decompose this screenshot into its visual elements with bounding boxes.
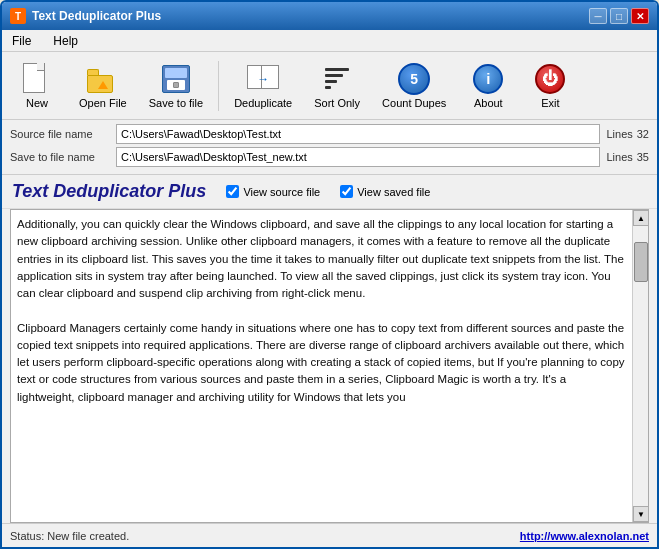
view-saved-label: View saved file (357, 186, 430, 198)
main-area: Text Deduplicator Plus View source file … (2, 175, 657, 523)
deduplicate-label: Deduplicate (234, 97, 292, 109)
view-controls: Text Deduplicator Plus View source file … (2, 175, 657, 209)
save-button[interactable]: Save to file (140, 57, 212, 115)
source-file-label: Source file name (10, 128, 110, 140)
new-icon (21, 63, 53, 95)
source-lines-label: Lines (606, 128, 632, 140)
new-label: New (26, 97, 48, 109)
count-dupes-button[interactable]: 5 Count Dupes (373, 57, 455, 115)
scrollbar[interactable]: ▲ ▼ (632, 210, 648, 522)
deduplicate-button[interactable]: → Deduplicate (225, 57, 301, 115)
app-title: Text Deduplicator Plus (12, 181, 206, 202)
app-icon: T (10, 8, 26, 24)
view-saved-checkbox-group[interactable]: View saved file (340, 185, 430, 198)
save-file-label: Save to file name (10, 151, 110, 163)
minimize-button[interactable]: ─ (589, 8, 607, 24)
source-file-row: Source file name Lines 32 (10, 124, 649, 144)
save-lines-value: 35 (637, 151, 649, 163)
view-source-label: View source file (243, 186, 320, 198)
menu-help[interactable]: Help (47, 32, 84, 50)
view-saved-checkbox[interactable] (340, 185, 353, 198)
sort-icon (321, 63, 353, 95)
title-bar-left: T Text Deduplicator Plus (10, 8, 161, 24)
open-file-button[interactable]: Open File (70, 57, 136, 115)
exit-label: Exit (541, 97, 559, 109)
maximize-button[interactable]: □ (610, 8, 628, 24)
status-bar: Status: New file created. http://www.ale… (2, 523, 657, 547)
save-lines: Lines 35 (606, 151, 649, 163)
source-lines-value: 32 (637, 128, 649, 140)
save-file-row: Save to file name Lines 35 (10, 147, 649, 167)
menu-file[interactable]: File (6, 32, 37, 50)
save-icon (160, 63, 192, 95)
view-source-checkbox[interactable] (226, 185, 239, 198)
text-content-display[interactable]: Additionally, you can quickly clear the … (11, 210, 632, 522)
sort-only-label: Sort Only (314, 97, 360, 109)
title-controls: ─ □ ✕ (589, 8, 649, 24)
about-button[interactable]: i About (459, 57, 517, 115)
content-text: Additionally, you can quickly clear the … (17, 218, 624, 299)
about-label: About (474, 97, 503, 109)
exit-icon: ⏻ (534, 63, 566, 95)
toolbar-separator-1 (218, 61, 219, 111)
save-label: Save to file (149, 97, 203, 109)
title-bar: T Text Deduplicator Plus ─ □ ✕ (2, 2, 657, 30)
save-lines-label: Lines (606, 151, 632, 163)
main-window: T Text Deduplicator Plus ─ □ ✕ File Help… (0, 0, 659, 549)
scroll-down-button[interactable]: ▼ (633, 506, 649, 522)
count-icon: 5 (398, 63, 430, 95)
view-source-checkbox-group[interactable]: View source file (226, 185, 320, 198)
toolbar: New Open File Save to file (2, 52, 657, 120)
source-file-input[interactable] (116, 124, 600, 144)
status-link[interactable]: http://www.alexnolan.net (520, 530, 649, 542)
file-fields: Source file name Lines 32 Save to file n… (2, 120, 657, 175)
menu-bar: File Help (2, 30, 657, 52)
new-button[interactable]: New (8, 57, 66, 115)
open-file-label: Open File (79, 97, 127, 109)
content-area: Additionally, you can quickly clear the … (10, 209, 649, 523)
about-icon: i (472, 63, 504, 95)
status-text: Status: New file created. (10, 530, 129, 542)
scroll-up-button[interactable]: ▲ (633, 210, 649, 226)
open-icon (87, 63, 119, 95)
save-file-input[interactable] (116, 147, 600, 167)
source-lines: Lines 32 (606, 128, 649, 140)
count-dupes-label: Count Dupes (382, 97, 446, 109)
close-button[interactable]: ✕ (631, 8, 649, 24)
content-text-2: Clipboard Managers certainly come handy … (17, 322, 625, 403)
window-title: Text Deduplicator Plus (32, 9, 161, 23)
deduplicate-icon: → (247, 63, 279, 95)
scrollbar-thumb[interactable] (634, 242, 648, 282)
sort-only-button[interactable]: Sort Only (305, 57, 369, 115)
exit-button[interactable]: ⏻ Exit (521, 57, 579, 115)
